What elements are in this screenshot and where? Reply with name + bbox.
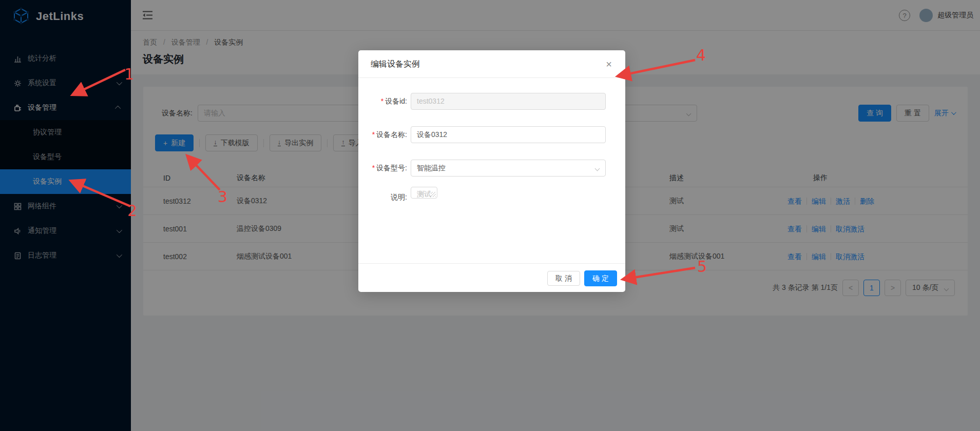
device-id-label: *设备id:: [358, 93, 407, 110]
confirm-button[interactable]: 确 定: [584, 270, 617, 286]
edit-device-modal: 编辑设备实例 × *设备id: test0312 *设备名称: 设备0312 *…: [358, 50, 625, 292]
modal-title: 编辑设备实例: [371, 59, 420, 70]
form-row-note: 说明: 测试: [358, 189, 625, 199]
modal-header: 编辑设备实例 ×: [358, 50, 625, 78]
close-icon[interactable]: ×: [601, 56, 617, 72]
device-model-select[interactable]: 智能温控: [411, 160, 606, 177]
note-label: 说明:: [358, 189, 407, 206]
device-name-field-label: *设备名称:: [358, 126, 407, 143]
note-textarea[interactable]: 测试: [411, 187, 437, 199]
label-text: 设备id:: [385, 97, 407, 105]
required-mark: *: [372, 130, 375, 139]
device-model-value: 智能温控: [417, 164, 446, 172]
modal-body: *设备id: test0312 *设备名称: 设备0312 *设备型号: 智能温…: [358, 78, 625, 263]
modal-footer: 取 消 确 定: [358, 263, 625, 292]
device-id-input: test0312: [411, 93, 606, 110]
label-text: 设备型号:: [376, 164, 407, 172]
chevron-down-icon: [595, 166, 600, 171]
app-window: JetLinks 统计分析 系统设置 设备管理: [0, 0, 980, 431]
resize-grip[interactable]: [431, 192, 436, 197]
label-text: 设备名称:: [376, 130, 407, 139]
required-mark: *: [372, 164, 375, 172]
note-value: 测试: [417, 190, 431, 198]
device-model-label: *设备型号:: [358, 160, 407, 177]
device-name-field-input[interactable]: 设备0312: [411, 126, 606, 143]
required-mark: *: [381, 97, 383, 105]
cancel-button[interactable]: 取 消: [547, 271, 580, 286]
